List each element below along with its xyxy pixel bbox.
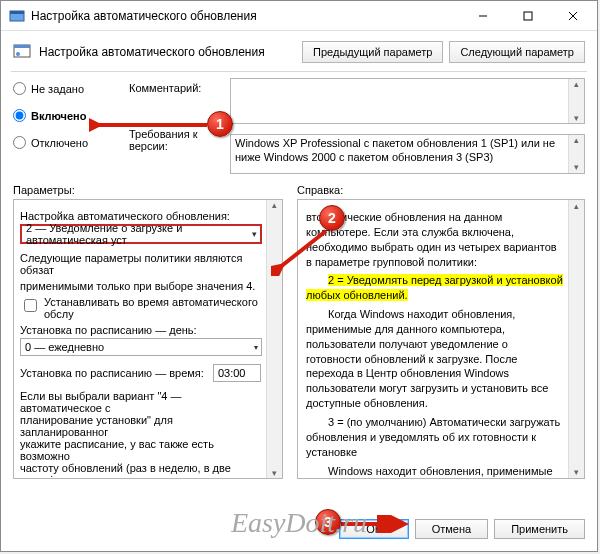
config-update-label: Настройка автоматического обновления: <box>20 210 262 222</box>
minimize-button[interactable] <box>460 2 505 30</box>
svg-rect-7 <box>14 45 30 48</box>
schedule-time-label: Установка по расписанию — время: 03:00 <box>20 364 262 382</box>
comment-label: Комментарий: <box>129 78 224 94</box>
svg-rect-3 <box>524 12 532 20</box>
requirements-box: Windows XP Professional с пакетом обновл… <box>230 134 585 174</box>
dialog-buttons: ОК Отмена Применить <box>1 511 597 547</box>
apply-button[interactable]: Применить <box>494 519 585 539</box>
policy-note-1: Следующие параметры политики являются об… <box>20 252 262 276</box>
policy-icon <box>13 43 31 61</box>
page-title: Настройка автоматического обновления <box>39 45 296 59</box>
config-update-value: 2 — Уведомление о загрузке и автоматичес… <box>26 222 242 246</box>
params-label: Параметры: <box>13 184 283 196</box>
svg-point-8 <box>16 52 20 56</box>
annotation-1: 1 <box>207 111 233 137</box>
annotation-arrow-3 <box>339 515 409 533</box>
window-title: Настройка автоматического обновления <box>31 9 460 23</box>
policy-note-2: применимыми только при выборе значения 4… <box>20 280 262 292</box>
chevron-down-icon: ▾ <box>252 229 257 239</box>
close-button[interactable] <box>550 2 595 30</box>
separator <box>11 71 587 72</box>
schedule-day-select[interactable]: 0 — ежедневно ▾ <box>20 338 262 356</box>
annotation-arrow-2 <box>271 226 331 276</box>
maximize-button[interactable] <box>505 2 550 30</box>
dialog-window: Настройка автоматического обновления Нас… <box>0 0 598 552</box>
header: Настройка автоматического обновления Пре… <box>1 31 597 69</box>
config-update-dropdown[interactable]: 2 — Уведомление о загрузке и автоматичес… <box>20 224 262 244</box>
annotation-3: 3 <box>315 509 341 535</box>
help-p3: 3 = (по умолчанию) Автоматически загружа… <box>306 415 564 460</box>
help-p2: Когда Windows находит обновления, примен… <box>306 307 564 411</box>
chevron-down-icon: ▾ <box>254 343 258 352</box>
prev-param-button[interactable]: Предыдущий параметр <box>302 41 443 63</box>
radio-disabled-input[interactable] <box>13 136 26 149</box>
requirements-text: Windows XP Professional с пакетом обновл… <box>235 137 555 163</box>
scrollbar[interactable]: ▴▾ <box>568 200 584 478</box>
radio-not-configured-input[interactable] <box>13 82 26 95</box>
radio-enabled-input[interactable] <box>13 109 26 122</box>
svg-rect-1 <box>10 11 24 14</box>
comment-textarea[interactable]: ▴▾ <box>230 78 585 124</box>
help-p4: Windows находит обновления, применимые д… <box>306 464 564 480</box>
scrollbar[interactable]: ▴▾ <box>568 79 584 123</box>
params-panel: Настройка автоматического обновления: 2 … <box>13 199 283 479</box>
annotation-2: 2 <box>319 205 345 231</box>
schedule-day-label: Установка по расписанию — день: <box>20 324 262 336</box>
app-icon <box>9 8 25 24</box>
install-during-maintenance-checkbox[interactable] <box>24 299 37 312</box>
tail-text: Если вы выбрали вариант "4 — автоматичес… <box>20 390 262 479</box>
radio-disabled[interactable]: Отключено <box>13 136 123 149</box>
state-radio-group: Не задано Включено Отключено <box>13 78 123 149</box>
svg-line-10 <box>279 231 326 268</box>
scrollbar[interactable]: ▴▾ <box>568 135 584 173</box>
next-param-button[interactable]: Следующий параметр <box>449 41 585 63</box>
titlebar: Настройка автоматического обновления <box>1 1 597 31</box>
install-during-maintenance[interactable]: Устанавливать во время автоматического о… <box>20 296 262 320</box>
cancel-button[interactable]: Отмена <box>415 519 488 539</box>
help-panel: втоматические обновления на данном компь… <box>297 199 585 479</box>
help-label: Справка: <box>297 184 585 196</box>
help-highlight: 2 = Уведомлять перед загрузкой и установ… <box>306 274 563 301</box>
schedule-time-input[interactable]: 03:00 <box>213 364 261 382</box>
radio-not-configured[interactable]: Не задано <box>13 82 123 95</box>
annotation-arrow-1 <box>89 115 209 135</box>
